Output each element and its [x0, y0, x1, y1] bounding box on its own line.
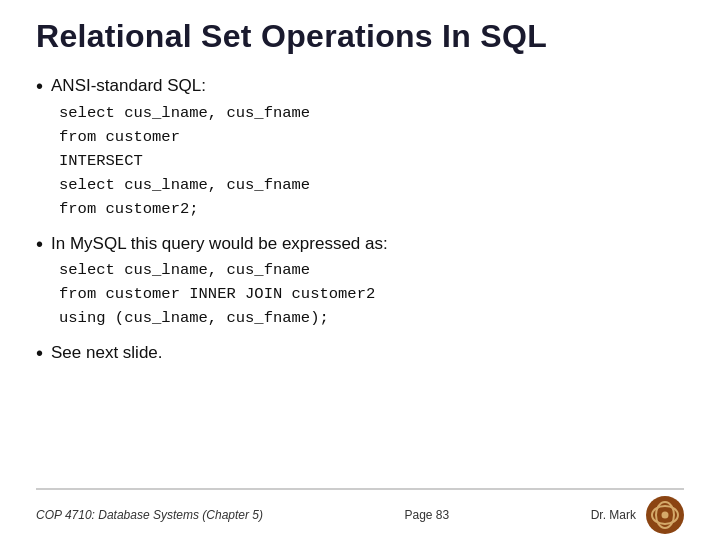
footer-logo [646, 496, 684, 534]
code-line: from customer INNER JOIN customer2 [59, 282, 388, 306]
footer-left: COP 4710: Database Systems (Chapter 5) [36, 508, 263, 522]
code-line: select cus_lname, cus_fname [59, 258, 388, 282]
code-block-1: select cus_lname, cus_fname from custome… [59, 101, 310, 221]
bullet-dot-3: • [36, 343, 43, 363]
bullet-item-1: • ANSI-standard SQL: select cus_lname, c… [36, 73, 684, 221]
code-line: from customer2; [59, 197, 310, 221]
bullet-content-2: In MySQL this query would be expressed a… [51, 231, 388, 331]
code-line: using (cus_lname, cus_fname); [59, 306, 388, 330]
slide-title: Relational Set Operations In SQL [36, 18, 684, 55]
bullet-intro-3: See next slide. [51, 340, 163, 366]
svg-point-3 [662, 512, 669, 519]
code-line: select cus_lname, cus_fname [59, 173, 310, 197]
bullet-dot-1: • [36, 76, 43, 96]
code-block-2: select cus_lname, cus_fname from custome… [59, 258, 388, 330]
bullet-intro-2: In MySQL this query would be expressed a… [51, 231, 388, 257]
bullet-content-3: See next slide. [51, 340, 163, 366]
slide-content: • ANSI-standard SQL: select cus_lname, c… [36, 73, 684, 488]
bullet-item-2: • In MySQL this query would be expressed… [36, 231, 684, 331]
bullet-intro-1: ANSI-standard SQL: [51, 73, 310, 99]
footer-right: Dr. Mark [591, 508, 636, 522]
bullet-dot-2: • [36, 234, 43, 254]
slide-footer: COP 4710: Database Systems (Chapter 5) P… [36, 488, 684, 540]
code-line: select cus_lname, cus_fname [59, 101, 310, 125]
bullet-content-1: ANSI-standard SQL: select cus_lname, cus… [51, 73, 310, 221]
bullet-item-3: • See next slide. [36, 340, 684, 366]
code-line: from customer [59, 125, 310, 149]
footer-right-group: Dr. Mark [591, 496, 684, 534]
code-line: INTERSECT [59, 149, 310, 173]
footer-center: Page 83 [404, 508, 449, 522]
slide: Relational Set Operations In SQL • ANSI-… [0, 0, 720, 540]
